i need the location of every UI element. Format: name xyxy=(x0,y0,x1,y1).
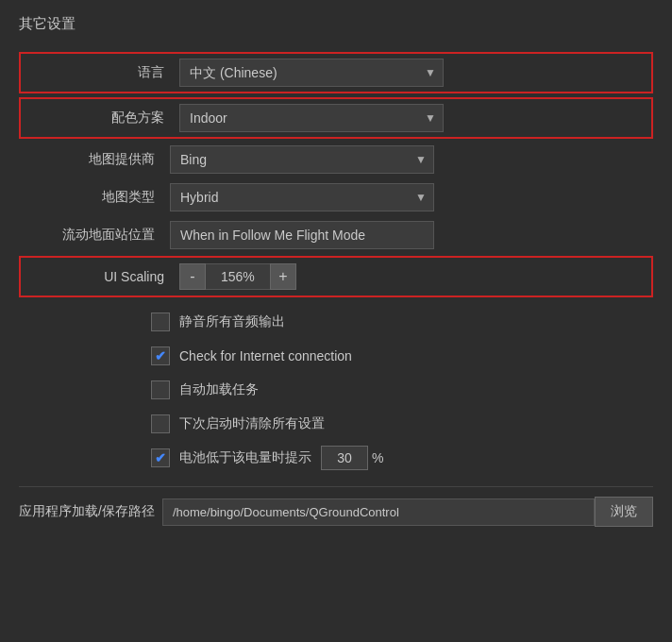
battery-input-wrapper: % xyxy=(321,446,383,470)
ui-scaling-label: UI Scaling xyxy=(28,269,179,284)
ground-station-control: When in Follow Me Flight Mode xyxy=(170,221,653,249)
battery-value-input[interactable] xyxy=(321,446,368,470)
ui-scaling-minus-button[interactable]: - xyxy=(179,263,206,290)
map-type-row: 地图类型 HybridStreetSatellite ▼ xyxy=(19,178,653,216)
color-scheme-select[interactable]: IndoorOutdoorNight xyxy=(179,104,444,132)
color-scheme-control: IndoorOutdoorNight ▼ xyxy=(179,104,644,132)
checkbox-check-internet-box[interactable]: ✔ xyxy=(151,346,170,365)
map-provider-select[interactable]: BingGoogleOpenStreetMap xyxy=(170,145,434,174)
color-scheme-select-wrapper: IndoorOutdoorNight ▼ xyxy=(179,104,444,132)
language-row: 语言 中文 (Chinese)English日本語한국어EspañolFranç… xyxy=(19,52,653,93)
checkmark-check-internet: ✔ xyxy=(155,348,166,363)
map-type-control: HybridStreetSatellite ▼ xyxy=(170,183,653,211)
browse-button[interactable]: 浏览 xyxy=(595,497,653,527)
ui-scaling-stepper: - 156% + xyxy=(179,263,644,290)
checkbox-clear-settings: 下次启动时清除所有设置 xyxy=(151,411,653,437)
map-type-select[interactable]: HybridStreetSatellite xyxy=(170,183,434,211)
ui-scaling-control: - 156% + xyxy=(179,263,644,290)
path-label: 应用程序加载/保存路径 xyxy=(19,503,155,520)
color-scheme-row: 配色方案 IndoorOutdoorNight ▼ xyxy=(19,97,653,139)
ui-scaling-row: UI Scaling - 156% + xyxy=(19,256,653,297)
checkboxes-area: 静音所有音频输出 ✔ Check for Internet connection… xyxy=(151,309,653,471)
map-provider-label: 地图提供商 xyxy=(19,151,170,168)
map-type-select-wrapper: HybridStreetSatellite ▼ xyxy=(170,183,434,211)
battery-row: ✔ 电池低于该电量时提示 % xyxy=(151,445,653,471)
ground-station-row: 流动地面站位置 When in Follow Me Flight Mode xyxy=(19,216,653,254)
checkbox-check-internet: ✔ Check for Internet connection xyxy=(151,343,653,369)
color-scheme-label: 配色方案 xyxy=(28,110,179,127)
map-type-label: 地图类型 xyxy=(19,189,170,206)
checkbox-clear-settings-label: 下次启动时清除所有设置 xyxy=(179,415,325,432)
ground-station-label: 流动地面站位置 xyxy=(19,227,170,244)
battery-percent-label: % xyxy=(372,450,383,465)
checkbox-mute-audio: 静音所有音频输出 xyxy=(151,309,653,335)
checkbox-battery-box[interactable]: ✔ xyxy=(151,448,170,467)
path-input[interactable] xyxy=(162,498,595,526)
checkbox-auto-load-box[interactable] xyxy=(151,380,170,399)
checkbox-auto-load-label: 自动加载任务 xyxy=(179,381,259,398)
language-select-wrapper: 中文 (Chinese)English日本語한국어EspañolFrançais… xyxy=(179,59,444,87)
page-title: 其它设置 xyxy=(19,15,653,33)
page-container: 其它设置 语言 中文 (Chinese)English日本語한국어Español… xyxy=(0,0,672,542)
checkbox-mute-audio-label: 静音所有音频输出 xyxy=(179,313,285,330)
language-control: 中文 (Chinese)English日本語한국어EspañolFrançais… xyxy=(179,59,644,87)
map-provider-select-wrapper: BingGoogleOpenStreetMap ▼ xyxy=(170,145,434,174)
ui-scaling-plus-button[interactable]: + xyxy=(270,263,296,290)
checkmark-battery: ✔ xyxy=(155,450,166,465)
checkbox-clear-settings-box[interactable] xyxy=(151,414,170,433)
map-provider-row: 地图提供商 BingGoogleOpenStreetMap ▼ xyxy=(19,141,653,178)
checkbox-check-internet-label: Check for Internet connection xyxy=(179,348,352,363)
battery-label: 电池低于该电量时提示 xyxy=(179,449,311,466)
ui-scaling-value: 156% xyxy=(206,263,270,290)
settings-area: 语言 中文 (Chinese)English日本語한국어EspañolFranç… xyxy=(19,50,653,299)
path-row: 应用程序加载/保存路径 浏览 xyxy=(19,486,653,527)
language-label: 语言 xyxy=(28,64,179,81)
checkbox-auto-load: 自动加载任务 xyxy=(151,377,653,403)
map-provider-control: BingGoogleOpenStreetMap ▼ xyxy=(170,145,653,174)
checkbox-mute-audio-box[interactable] xyxy=(151,313,170,331)
language-select[interactable]: 中文 (Chinese)English日本語한국어EspañolFrançais… xyxy=(179,59,444,87)
ground-station-value: When in Follow Me Flight Mode xyxy=(170,221,434,249)
